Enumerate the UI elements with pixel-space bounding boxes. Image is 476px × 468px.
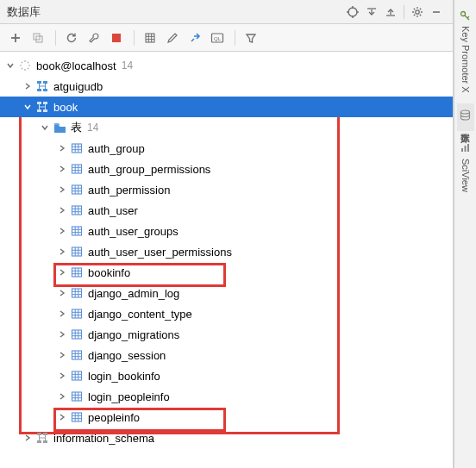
- tree-db-book[interactable]: book: [0, 97, 453, 117]
- tree-tables-folder[interactable]: 表 14: [0, 117, 453, 138]
- svg-rect-126: [461, 148, 463, 152]
- chevron-right-icon[interactable]: [55, 390, 69, 403]
- chevron-down-icon[interactable]: [38, 121, 52, 134]
- chevron-right-icon[interactable]: [55, 245, 69, 259]
- tree-db-atguigudb[interactable]: atguigudb: [0, 76, 453, 97]
- collapse-all-icon[interactable]: [381, 3, 400, 22]
- chevron-right-icon[interactable]: [55, 203, 69, 217]
- side-tab-label: SciView: [460, 159, 471, 192]
- svg-rect-95: [72, 351, 82, 359]
- tree-table-row[interactable]: auth_user_groups: [0, 221, 453, 241]
- tree-root[interactable]: book@localhost 14: [0, 55, 453, 76]
- side-tab-database[interactable]: 数据库: [457, 103, 474, 131]
- tree-table-row[interactable]: bookinfo: [0, 262, 453, 283]
- svg-rect-34: [43, 89, 47, 91]
- svg-rect-117: [37, 440, 41, 443]
- table-label: auth_user: [88, 204, 138, 217]
- chevron-right-icon[interactable]: [55, 348, 69, 362]
- chevron-down-icon[interactable]: [3, 59, 17, 72]
- tree-table-row[interactable]: django_content_type: [0, 303, 453, 324]
- svg-line-29: [22, 68, 22, 69]
- tree-table-row[interactable]: django_migrations: [0, 324, 453, 345]
- filter-icon[interactable]: [241, 28, 261, 48]
- copy-icon[interactable]: [28, 28, 48, 48]
- loading-icon: [17, 58, 33, 73]
- table-icon: [69, 409, 85, 425]
- tree-table-row[interactable]: auth_permission: [0, 179, 453, 200]
- chevron-down-icon[interactable]: [21, 100, 34, 114]
- svg-rect-16: [146, 34, 154, 42]
- separator: [55, 30, 56, 46]
- sql-icon[interactable]: QL: [207, 28, 228, 48]
- tree-table-row[interactable]: auth_user: [0, 200, 453, 221]
- tree-table-row[interactable]: peopleinfo: [0, 407, 453, 427]
- table-label: login_bookinfo: [88, 370, 160, 383]
- svg-line-30: [28, 62, 28, 63]
- expand-all-icon[interactable]: [362, 3, 381, 22]
- stop-icon[interactable]: [106, 28, 127, 48]
- tree-db-information-schema[interactable]: information_schema: [0, 427, 453, 448]
- side-tab-keypromoter[interactable]: Key Promoter X: [457, 3, 474, 98]
- chevron-right-icon[interactable]: [55, 265, 69, 279]
- table-label: bookinfo: [88, 266, 130, 279]
- db-tree[interactable]: book@localhost 14 atguigudb book: [0, 52, 453, 468]
- table-icon: [69, 140, 85, 156]
- refresh-icon[interactable]: [61, 28, 82, 48]
- svg-rect-31: [37, 81, 41, 84]
- table-label: django_content_type: [88, 308, 192, 321]
- table-icon: [69, 244, 85, 259]
- chart-icon: [459, 141, 473, 155]
- tree-table-row[interactable]: login_peopleinfo: [0, 386, 453, 407]
- svg-rect-41: [43, 109, 47, 112]
- table-label: django_migrations: [88, 328, 179, 341]
- tree-table-row[interactable]: login_bookinfo: [0, 365, 453, 386]
- tree-table-row[interactable]: auth_group: [0, 138, 453, 159]
- folder-label: 表: [71, 120, 82, 135]
- table-label: login_peopleinfo: [88, 390, 170, 403]
- wrench-icon[interactable]: [84, 28, 104, 48]
- table-icon: [69, 203, 85, 218]
- svg-rect-55: [72, 185, 82, 194]
- add-icon[interactable]: [5, 28, 26, 48]
- svg-line-27: [22, 62, 22, 63]
- tree-table-row[interactable]: auth_user_user_permissions: [0, 241, 453, 262]
- separator: [404, 5, 404, 19]
- separator: [134, 30, 135, 46]
- chevron-right-icon[interactable]: [55, 307, 69, 321]
- svg-rect-118: [43, 440, 47, 443]
- table-icon: [69, 161, 85, 177]
- chevron-right-icon[interactable]: [55, 224, 69, 238]
- side-tab-sciview[interactable]: SciView: [457, 136, 474, 197]
- svg-rect-85: [72, 309, 82, 318]
- schema-icon: [34, 78, 50, 94]
- table-label: auth_group: [88, 142, 145, 155]
- chevron-right-icon[interactable]: [55, 369, 69, 383]
- tree-table-row[interactable]: django_session: [0, 345, 453, 365]
- chevron-right-icon[interactable]: [55, 183, 69, 197]
- chevron-right-icon[interactable]: [55, 328, 69, 341]
- svg-rect-116: [43, 433, 47, 435]
- minimize-icon[interactable]: [427, 3, 446, 22]
- tree-root-count: 14: [122, 59, 133, 72]
- toolbar: QL: [0, 24, 453, 52]
- svg-rect-39: [43, 102, 47, 104]
- tree-table-row[interactable]: auth_group_permissions: [0, 159, 453, 179]
- target-icon[interactable]: [343, 3, 362, 22]
- tree-table-row[interactable]: django_admin_log: [0, 283, 453, 303]
- svg-point-9: [416, 9, 419, 13]
- chevron-right-icon[interactable]: [55, 162, 69, 176]
- chevron-right-icon[interactable]: [55, 141, 69, 155]
- side-tab-label: Key Promoter X: [460, 26, 471, 93]
- chevron-right-icon[interactable]: [21, 79, 34, 93]
- tree-root-label: book@localhost: [36, 59, 116, 72]
- db-label: information_schema: [53, 432, 154, 445]
- jump-icon[interactable]: [185, 28, 205, 48]
- grid-icon[interactable]: [140, 28, 160, 48]
- svg-point-0: [348, 8, 357, 16]
- chevron-right-icon[interactable]: [55, 286, 69, 300]
- settings-icon[interactable]: [408, 3, 427, 22]
- svg-rect-50: [72, 165, 82, 173]
- edit-icon[interactable]: [162, 28, 183, 48]
- chevron-right-icon[interactable]: [55, 410, 69, 424]
- chevron-right-icon[interactable]: [21, 431, 34, 445]
